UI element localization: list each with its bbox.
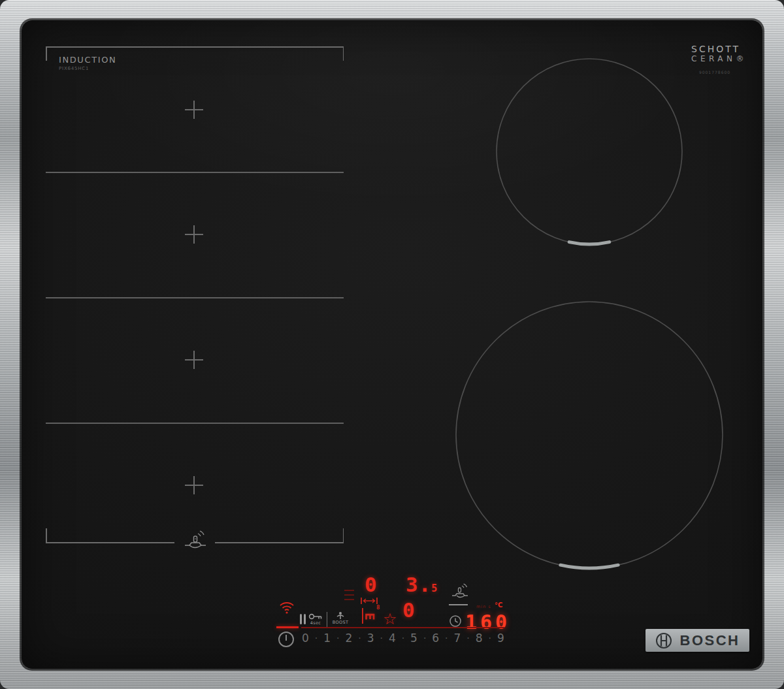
temp-display: 160 [465, 611, 510, 633]
slider-track-line[interactable] [301, 627, 505, 628]
slider-dot: · [402, 633, 404, 643]
slider-dot: · [336, 633, 339, 643]
panel-divider [327, 612, 327, 627]
bosch-logo-text: BOSCH [680, 632, 740, 649]
slider-highlight-line [276, 626, 299, 628]
slider-dot: · [489, 633, 491, 643]
clock-icon[interactable] [449, 615, 462, 628]
cook-zone-rings [0, 0, 784, 689]
slider-digit-4[interactable]: 4 [389, 632, 396, 645]
slider-dot: · [466, 633, 469, 643]
transfer-value: E [363, 613, 377, 620]
power-slider[interactable]: 0·1·2·3·4·5·6·7·8·9 [302, 632, 504, 645]
slider-dot: · [445, 633, 448, 643]
timer-units-label: min s [476, 604, 491, 609]
transfer-badge: 8 [376, 604, 380, 611]
cook-zone-ring-bottom [456, 302, 723, 568]
slider-digit-9[interactable]: 9 [497, 632, 504, 645]
slider-dot: · [315, 633, 318, 643]
slider-digit-7[interactable]: 7 [454, 632, 461, 645]
bosch-logo-symbol [655, 632, 672, 649]
cook-zone-marker-top [479, 41, 700, 263]
induction-cooktop: INDUCTION PIX645HC1 SCHOTT CERAN® 900177… [0, 0, 784, 689]
flex-power-display: 0 [365, 575, 378, 595]
slider-digit-1[interactable]: 1 [323, 632, 331, 645]
slider-digit-8[interactable]: 8 [476, 632, 483, 645]
slider-dot: · [380, 633, 382, 643]
star-icon[interactable]: ☆ [383, 611, 397, 627]
power-button[interactable] [276, 630, 296, 649]
bosch-logo-plate: BOSCH [645, 629, 749, 652]
pause-icon[interactable] [299, 613, 307, 625]
key-lock-label: 4sec [308, 620, 323, 626]
cook-zone-ring-top [497, 59, 682, 244]
slider-digit-2[interactable]: 2 [345, 632, 352, 645]
slider-digit-0[interactable]: 0 [302, 632, 309, 645]
slider-digit-5[interactable]: 5 [410, 632, 417, 645]
temp-units-label: °C [495, 601, 502, 609]
frying-sensor-icon[interactable] [449, 583, 470, 601]
boost-label: BOOST [331, 620, 350, 625]
timer-divider-line [449, 604, 468, 605]
zone-power-int: 3. [406, 573, 431, 596]
key-lock-icon[interactable]: 4sec [308, 613, 323, 626]
slider-digit-6[interactable]: 6 [432, 632, 439, 645]
transfer-display: E 8 [361, 605, 384, 626]
boost-icon[interactable]: BOOST [331, 611, 350, 625]
cook-zone-marker-bottom [431, 276, 749, 594]
zone-power-display: 3.5 [406, 575, 437, 595]
slider-digit-3[interactable]: 3 [367, 632, 374, 645]
second-power-display: 0 [402, 600, 416, 620]
menu-lines-icon [344, 590, 354, 603]
wifi-icon[interactable] [278, 600, 295, 615]
zone-power-decimal: 5 [431, 583, 437, 594]
slider-dot: · [423, 633, 426, 643]
move-pan-icon [360, 597, 378, 605]
slider-dot: · [358, 633, 361, 643]
